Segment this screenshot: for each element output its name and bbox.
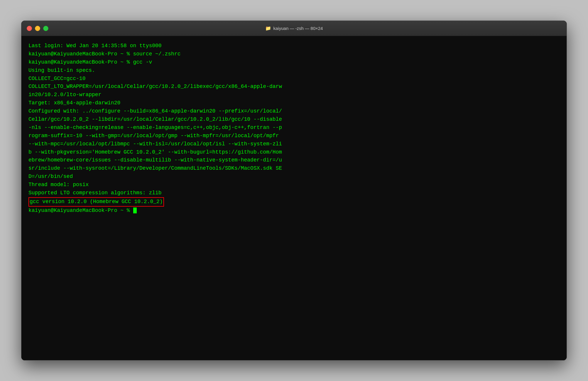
window-title: 📁 kaiyuan — -zsh — 80×24: [265, 25, 323, 31]
highlighted-gcc-version-line: gcc version 10.2.0 (Homebrew GCC 10.2.0_…: [28, 197, 560, 207]
terminal-line: Target: x86_64-apple-darwin20: [28, 99, 560, 107]
terminal-line: Configured with: ../configure --build=x8…: [28, 107, 560, 115]
terminal-line: in20/10.2.0/lto-wrapper: [28, 91, 560, 99]
terminal-prompt-line: kaiyuan@KaiyuandeMacBook-Pro ~ %: [28, 207, 560, 215]
terminal-line: Using built-in specs.: [28, 67, 560, 75]
red-box-highlight: gcc version 10.2.0 (Homebrew GCC 10.2.0_…: [28, 197, 164, 207]
maximize-button[interactable]: [43, 26, 48, 31]
folder-icon: 📁: [265, 25, 271, 31]
terminal-window: 📁 kaiyuan — -zsh — 80×24 Last login: Wed…: [21, 21, 567, 360]
terminal-line: kaiyuan@KaiyuandeMacBook-Pro ~ % source …: [28, 50, 560, 58]
terminal-cursor: [133, 207, 137, 213]
terminal-line: kaiyuan@KaiyuandeMacBook-Pro ~ % gcc -v: [28, 58, 560, 67]
terminal-line: COLLECT_LTO_WRAPPER=/usr/local/Cellar/gc…: [28, 83, 560, 91]
terminal-line: Supported LTO compression algorithms: zl…: [28, 189, 560, 197]
terminal-line: sr/include --with-sysroot=/Library/Devel…: [28, 164, 560, 173]
terminal-line: b --with-pkgversion='Homebrew GCC 10.2.0…: [28, 148, 560, 157]
terminal-body[interactable]: Last login: Wed Jan 20 14:35:58 on ttys0…: [21, 36, 567, 360]
terminal-line: ebrew/homebrew-core/issues --disable-mul…: [28, 156, 560, 164]
terminal-line: D=/usr/bin/sed: [28, 173, 560, 181]
titlebar: 📁 kaiyuan — -zsh — 80×24: [21, 21, 567, 36]
terminal-line: -nls --enable-checking=release --enable-…: [28, 124, 560, 132]
terminal-line: --with-mpc=/usr/local/opt/libmpc --with-…: [28, 140, 560, 148]
terminal-line: Cellar/gcc/10.2.0_2 --libdir=/usr/local/…: [28, 115, 560, 124]
minimize-button[interactable]: [35, 26, 40, 31]
terminal-line: Last login: Wed Jan 20 14:35:58 on ttys0…: [28, 42, 560, 50]
terminal-line: rogram-suffix=-10 --with-gmp=/usr/local/…: [28, 132, 560, 140]
terminal-line: COLLECT_GCC=gcc-10: [28, 75, 560, 83]
terminal-line: Thread model: posix: [28, 181, 560, 189]
traffic-lights: [27, 26, 48, 31]
close-button[interactable]: [27, 26, 32, 31]
